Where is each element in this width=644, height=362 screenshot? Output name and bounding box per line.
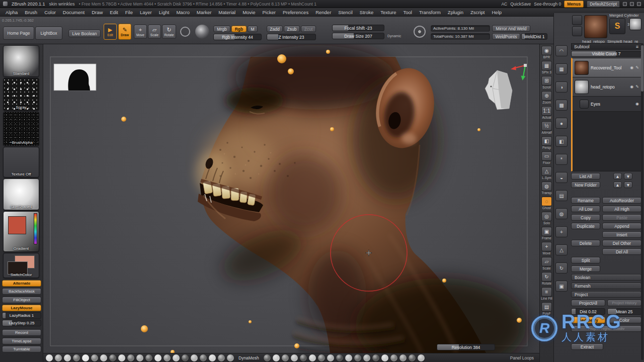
menus-button[interactable]: Menus: [564, 1, 584, 8]
dist-slider[interactable]: Dist 0.02: [571, 308, 605, 315]
shelf-button[interactable]: ▦ SPix 3: [540, 61, 553, 74]
extract-button[interactable]: Extract: [571, 343, 603, 350]
tool-quickpick-thumbnail[interactable]: [629, 18, 641, 30]
remesh-section-header[interactable]: Remesh: [571, 283, 641, 289]
tray-thumbnail[interactable]: [309, 354, 316, 361]
scrollbar-thumb[interactable]: [641, 45, 643, 92]
shelf-button[interactable]: ⊞ Scroll: [540, 76, 553, 89]
tray-thumbnail[interactable]: [118, 354, 125, 361]
tray-thumbnail[interactable]: [390, 354, 397, 361]
tray-thumbnail[interactable]: [136, 354, 143, 361]
shelf-button[interactable]: ▣ Frame: [540, 227, 553, 240]
menu-item[interactable]: Movie: [239, 9, 259, 16]
visibility-eye-icon[interactable]: ◉: [630, 65, 633, 70]
palette-icon[interactable]: +: [555, 226, 568, 237]
tray-thumbnail[interactable]: [154, 354, 162, 361]
auto-reorder-button[interactable]: AutoReorder: [602, 197, 641, 204]
tray-thumbnail[interactable]: [273, 354, 280, 361]
tray-thumbnail[interactable]: [173, 354, 180, 361]
palette-icon[interactable]: ●: [555, 118, 568, 129]
del-all-button[interactable]: Del All: [602, 248, 641, 255]
shelf-button[interactable]: ◍ Transp: [540, 182, 553, 195]
lazy-mouse-button[interactable]: LazyMouse: [2, 305, 41, 311]
tray-thumbnail[interactable]: [200, 354, 207, 361]
menu-item[interactable]: Edit: [106, 9, 121, 16]
shelf-button[interactable]: + Move: [540, 242, 553, 255]
tray-thumbnail[interactable]: [91, 354, 98, 361]
window-close-icon[interactable]: [637, 2, 641, 6]
project-section-header[interactable]: Project: [571, 291, 641, 298]
shelf-button[interactable]: ⊕ Zoom: [540, 91, 553, 105]
tray-thumbnail[interactable]: [409, 354, 416, 361]
menu-item[interactable]: Light: [155, 9, 173, 16]
switch-color-widget[interactable]: SwitchColor: [3, 253, 39, 278]
panel-loops-label[interactable]: Panel Loops: [507, 355, 537, 360]
record-button[interactable]: Record: [2, 329, 41, 336]
palette-icon[interactable]: ▤: [555, 190, 568, 201]
geometry-toggle-button[interactable]: Geometry: [571, 317, 605, 323]
tray-thumbnail[interactable]: [64, 354, 71, 361]
z-intensity-slider[interactable]: Z Intensity 23: [267, 34, 316, 40]
tool-quickpick-thumbnail[interactable]: [572, 26, 582, 36]
sculptris-pro-icon[interactable]: [414, 26, 426, 38]
turntable-button[interactable]: Turntable: [2, 346, 41, 352]
current-tool-thumbnail[interactable]: [584, 15, 607, 38]
material-preview-icon[interactable]: [195, 25, 209, 39]
hue-strip[interactable]: [34, 213, 37, 244]
palette-icon[interactable]: ▩: [555, 100, 568, 111]
move-subtool-down-button[interactable]: ▼: [624, 173, 632, 179]
texture-thumbnail-off[interactable]: Texture Off: [3, 147, 39, 177]
move-mode-button[interactable]: + Move: [134, 25, 147, 39]
menu-item[interactable]: Transform: [416, 9, 444, 16]
visibility-eye-icon[interactable]: ◉: [635, 102, 639, 106]
palette-icon[interactable]: △: [555, 244, 568, 255]
tool-quickpick-thumbnail[interactable]: [572, 15, 582, 25]
tray-thumbnail[interactable]: [227, 354, 234, 361]
palette-icon[interactable]: ◑: [555, 81, 568, 93]
menu-item[interactable]: Render: [312, 9, 335, 16]
palette-icon[interactable]: ◍: [555, 208, 568, 219]
tray-thumbnail[interactable]: [218, 354, 225, 361]
lazy-step-slider[interactable]: LazyStep 0.25: [2, 320, 41, 326]
default-zscript-button[interactable]: DefaultZScript: [587, 1, 620, 8]
tray-thumbnail[interactable]: [209, 354, 216, 361]
visible-count-slider[interactable]: Visible Count 7: [571, 51, 641, 57]
m-button[interactable]: M: [248, 26, 258, 32]
tray-thumbnail[interactable]: [182, 354, 189, 361]
menu-item[interactable]: Material: [215, 9, 239, 16]
draw-size-slider[interactable]: Draw Size 207: [332, 33, 384, 39]
palette-icon[interactable]: ◧: [555, 136, 568, 147]
menu-item[interactable]: Brush: [21, 9, 41, 16]
visibility-eye-icon[interactable]: ◉: [630, 84, 633, 89]
menu-item[interactable]: Draw: [88, 9, 106, 16]
rename-button[interactable]: Rename: [571, 197, 600, 204]
menu-item[interactable]: Zscript: [467, 9, 489, 16]
palette-icon[interactable]: ◒: [555, 172, 568, 183]
new-folder-button[interactable]: New Folder: [571, 182, 600, 188]
boolean-section-header[interactable]: Boolean: [571, 274, 641, 281]
color-toggle-button[interactable]: Color: [607, 317, 641, 323]
tray-thumbnail[interactable]: [264, 354, 271, 361]
menu-item[interactable]: Color: [41, 9, 59, 16]
tray-thumbnail[interactable]: [336, 354, 343, 361]
palette-icon[interactable]: ↻: [555, 262, 568, 274]
zadd-button[interactable]: Zadd: [267, 26, 283, 32]
shelf-button[interactable]: 1:1 Actual: [540, 106, 553, 120]
append-button[interactable]: Append: [602, 223, 641, 229]
see-through-slider[interactable]: See-through 0: [534, 2, 561, 7]
rotate-mode-button[interactable]: ↻ Rotate: [162, 25, 176, 39]
menu-item[interactable]: File: [122, 9, 136, 16]
merge-button[interactable]: Merge: [571, 265, 600, 272]
split-button[interactable]: Split: [571, 257, 600, 263]
shelf-button[interactable]: ◎ Solo: [540, 212, 553, 225]
project-all-button[interactable]: ProjectAll: [571, 300, 605, 306]
all-low-button[interactable]: All Low: [571, 206, 600, 212]
menu-item[interactable]: Zplugin: [444, 9, 467, 16]
menu-item[interactable]: Macro: [173, 9, 193, 16]
alpha-thumbnail-brushalpha[interactable]: ~BrushAlpha: [3, 112, 39, 146]
tray-thumbnail[interactable]: [73, 354, 80, 361]
project-history-button[interactable]: Project History: [607, 300, 641, 306]
tray-thumbnail[interactable]: [127, 354, 134, 361]
tray-thumbnail[interactable]: [372, 354, 379, 361]
edit-mode-button[interactable]: ▶ Edit: [104, 24, 117, 40]
